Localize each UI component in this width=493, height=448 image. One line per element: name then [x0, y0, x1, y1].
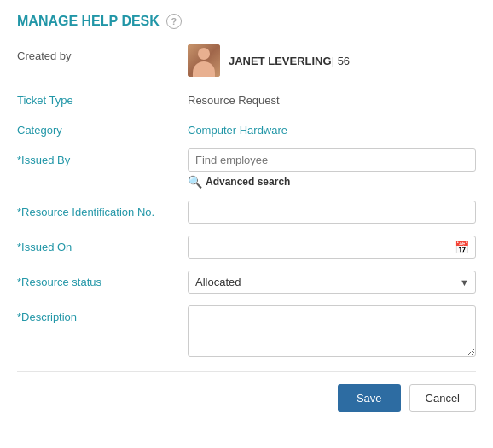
created-by-row: Created by JANET LEVERLING| 56 — [17, 44, 476, 77]
avatar — [188, 44, 220, 77]
ticket-type-label: Ticket Type — [17, 89, 188, 107]
issued-by-field: 🔍 Advanced search — [188, 148, 476, 189]
resource-status-select-wrap: Allocated Available In Repair Retired ▼ — [188, 271, 476, 294]
resource-status-field: Allocated Available In Repair Retired ▼ — [188, 271, 476, 294]
category-label: Category — [17, 119, 188, 137]
save-button[interactable]: Save — [338, 384, 401, 412]
search-icon: 🔍 — [188, 175, 202, 189]
resource-status-label: *Resource status — [17, 271, 188, 288]
title-text: MANAGE HELP DESK — [17, 14, 160, 29]
creator-id: 56 — [338, 55, 350, 67]
created-by-label: Created by — [17, 44, 188, 62]
description-label: *Description — [17, 305, 188, 323]
description-field — [188, 305, 476, 359]
resource-id-row: *Resource Identification No. — [17, 201, 476, 224]
created-by-value: JANET LEVERLING| 56 — [188, 44, 476, 77]
date-input-wrap: 📅 — [188, 236, 476, 259]
description-row: *Description — [17, 305, 476, 359]
creator-name-text: JANET LEVERLING — [229, 55, 332, 67]
advanced-search-label: Advanced search — [206, 176, 290, 188]
creator-name: JANET LEVERLING| 56 — [229, 55, 350, 67]
help-icon[interactable]: ? — [166, 14, 182, 29]
description-textarea[interactable] — [188, 305, 476, 357]
find-employee-input[interactable] — [188, 148, 476, 172]
issued-on-row: *Issued On 📅 — [17, 236, 476, 259]
cancel-button[interactable]: Cancel — [409, 384, 476, 412]
advanced-search[interactable]: 🔍 Advanced search — [188, 175, 476, 189]
footer-buttons: Save Cancel — [17, 371, 476, 412]
resource-status-row: *Resource status Allocated Available In … — [17, 271, 476, 294]
issued-by-row: *Issued By 🔍 Advanced search — [17, 148, 476, 189]
resource-id-field — [188, 201, 476, 224]
page-title: MANAGE HELP DESK ? — [17, 14, 476, 29]
issued-on-label: *Issued On — [17, 236, 188, 253]
resource-id-input[interactable] — [188, 201, 476, 224]
category-row: Category Computer Hardware — [17, 119, 476, 137]
category-value: Computer Hardware — [188, 119, 476, 137]
resource-id-label: *Resource Identification No. — [17, 201, 188, 218]
issued-on-input[interactable] — [188, 236, 476, 259]
issued-on-field: 📅 — [188, 236, 476, 259]
ticket-type-value: Resource Request — [188, 89, 476, 107]
issued-by-label: *Issued By — [17, 148, 188, 166]
resource-status-select[interactable]: Allocated Available In Repair Retired — [188, 271, 476, 294]
ticket-type-row: Ticket Type Resource Request — [17, 89, 476, 107]
